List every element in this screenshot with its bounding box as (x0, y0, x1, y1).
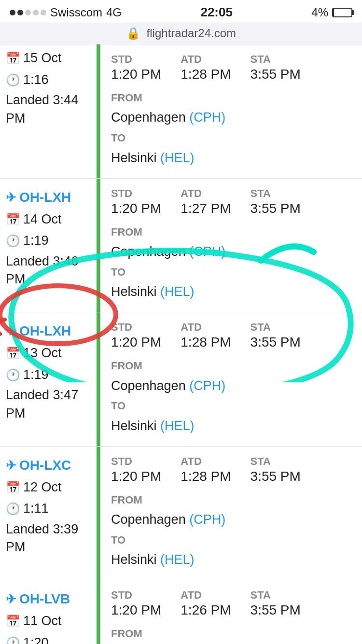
from-label: FROM (111, 223, 353, 241)
sta-label: STA (251, 589, 301, 602)
std-value: 1:20 PM (111, 201, 161, 216)
status-right: 4% (311, 6, 352, 19)
to-label: TO (111, 129, 353, 147)
left-col: OH-LXH 13 Oct 1:19 Landed 3:47 PM (0, 312, 97, 446)
atd-label: ATD (181, 187, 231, 200)
date-row: 12 Oct (6, 477, 91, 497)
atd-block: ATD 1:27 PM (181, 187, 231, 216)
aircraft-label: OH-LXH (19, 321, 71, 341)
std-block: STD 1:20 PM (111, 589, 161, 618)
plane-icon (6, 589, 16, 609)
left-col: OH-LXH 14 Oct 1:19 Landed 3:46 PM (0, 179, 97, 312)
sta-block: STA 3:55 PM (251, 187, 301, 216)
atd-block: ATD 1:28 PM (181, 53, 231, 82)
aircraft-id[interactable]: OH-LXH (6, 187, 91, 208)
std-block: STD 1:20 PM (111, 455, 161, 484)
to-code: (HEL) (160, 552, 195, 567)
status-left: Swisscom 4G (10, 6, 122, 19)
times-row: STD 1:20 PM ATD 1:26 PM STA 3:55 PM (111, 589, 353, 618)
sta-value: 3:55 PM (251, 469, 301, 484)
atd-label: ATD (181, 589, 231, 602)
from-code: (CPH) (189, 512, 225, 527)
to-city-row: Helsinki (HEL) (111, 281, 353, 303)
sta-value: 3:55 PM (251, 335, 301, 350)
from-city-row: Copenhagen (CPH) (111, 509, 353, 531)
flight-duration: 1:11 (23, 499, 49, 518)
date-row: 11 Oct (6, 611, 91, 631)
route-block: FROM Copenhagen (CPH) TO Helsinki (HEL) (111, 89, 353, 169)
date-row: 15 Oct (6, 48, 91, 68)
right-col: STD 1:20 PM ATD 1:26 PM STA 3:55 PM FROM… (100, 580, 362, 644)
atd-value: 1:28 PM (181, 67, 231, 82)
flight-row[interactable]: OH-LXH 13 Oct 1:19 Landed 3:47 PM STD 1:… (0, 312, 362, 447)
battery-pct: 4% (311, 6, 328, 19)
sta-block: STA 3:55 PM (251, 321, 301, 350)
atd-value: 1:28 PM (181, 469, 231, 484)
to-code: (HEL) (160, 419, 195, 433)
clock-icon (6, 633, 20, 644)
right-col: STD 1:20 PM ATD 1:28 PM STA 3:55 PM FROM… (100, 447, 362, 580)
signal-dot-1 (10, 10, 15, 15)
carrier-label: Swisscom (50, 6, 102, 19)
flight-row[interactable]: OH-LXH 14 Oct 1:19 Landed 3:46 PM STD 1:… (0, 179, 362, 313)
flight-date: 12 Oct (23, 477, 62, 497)
sta-value: 3:55 PM (251, 67, 301, 82)
aircraft-id[interactable]: OH-LXH (6, 321, 91, 341)
calendar-icon (6, 48, 20, 68)
std-block: STD 1:20 PM (111, 187, 161, 216)
std-label: STD (111, 589, 161, 602)
sta-block: STA 3:55 PM (251, 455, 301, 484)
battery-icon (332, 8, 352, 17)
atd-label: ATD (181, 53, 231, 66)
signal-dot-5 (41, 10, 46, 15)
plane-icon (6, 321, 16, 341)
std-value: 1:20 PM (111, 602, 161, 618)
std-label: STD (111, 455, 161, 468)
url-bar[interactable]: 🔒 flightradar24.com (0, 23, 362, 44)
duration-row: 1:19 (6, 231, 91, 251)
battery-fill (333, 9, 334, 16)
landed-time: Landed 3:44 PM (6, 91, 91, 128)
flight-date: 14 Oct (23, 210, 62, 229)
landed-time: Landed 3:47 PM (6, 386, 91, 423)
flight-date: 13 Oct (23, 343, 62, 363)
atd-value: 1:28 PM (181, 335, 231, 350)
aircraft-id[interactable]: OH-LXC (6, 455, 91, 476)
clock-icon (6, 70, 20, 90)
signal-dots (10, 10, 46, 15)
from-city: Copenhagen (111, 244, 186, 259)
plane-icon (6, 187, 16, 208)
from-code: (CPH) (189, 244, 225, 259)
route-block: FROM Copenhagen (CPH) TO Helsinki (HEL) (111, 625, 353, 644)
atd-value: 1:26 PM (181, 602, 231, 618)
network-label: 4G (106, 6, 122, 19)
std-label: STD (111, 187, 161, 200)
from-city: Copenhagen (111, 378, 186, 393)
green-divider (97, 312, 100, 446)
flight-date: 15 Oct (23, 48, 62, 68)
flight-duration: 1:19 (23, 365, 49, 385)
flight-row[interactable]: OH-LVB 11 Oct 1:20 Landed 3:47 PM STD 1:… (0, 580, 362, 644)
std-value: 1:20 PM (111, 335, 161, 350)
flight-row[interactable]: 15 Oct 1:16 Landed 3:44 PM STD 1:20 PM A… (0, 44, 362, 179)
to-city-row: Helsinki (HEL) (111, 549, 353, 571)
times-row: STD 1:20 PM ATD 1:27 PM STA 3:55 PM (111, 187, 353, 216)
to-label: TO (111, 531, 353, 549)
signal-dot-4 (33, 10, 39, 15)
plane-icon (6, 455, 16, 476)
signal-dot-2 (17, 10, 23, 15)
atd-value: 1:27 PM (181, 201, 231, 216)
url-text: flightradar24.com (147, 27, 236, 40)
status-bar: Swisscom 4G 22:05 4% (0, 0, 362, 23)
right-col: STD 1:20 PM ATD 1:27 PM STA 3:55 PM FROM… (100, 179, 362, 312)
date-row: 13 Oct (6, 343, 91, 363)
aircraft-label: OH-LXH (19, 187, 71, 208)
from-label: FROM (111, 89, 353, 107)
flight-duration: 1:20 (23, 633, 49, 644)
times-row: STD 1:20 PM ATD 1:28 PM STA 3:55 PM (111, 455, 353, 484)
from-city: Copenhagen (111, 512, 186, 527)
flight-row[interactable]: OH-LXC 12 Oct 1:11 Landed 3:39 PM STD 1:… (0, 447, 362, 581)
aircraft-id[interactable]: OH-LVB (6, 589, 91, 609)
green-divider (97, 44, 100, 178)
atd-block: ATD 1:28 PM (181, 455, 231, 484)
